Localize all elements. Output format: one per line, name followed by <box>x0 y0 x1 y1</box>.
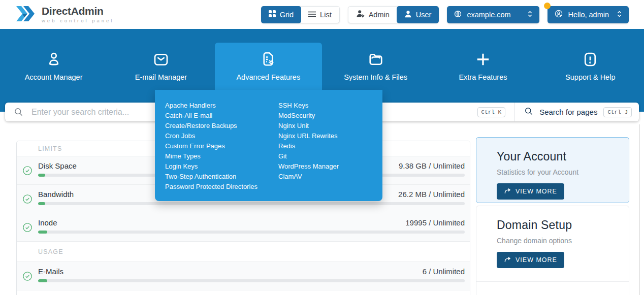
directadmin-logo[interactable]: DirectAdmin web control panel <box>15 4 114 25</box>
person-icon <box>45 50 63 69</box>
stat-value: 6 / Unlimited <box>423 267 465 276</box>
limits-title: LIMITS <box>38 145 62 152</box>
menu-item-nginx-url-rewrites[interactable]: Nginx URL Rewrites <box>278 131 382 141</box>
menu-item-password-protected-directories[interactable]: Password Protected Directories <box>165 182 278 192</box>
admin-gear-user-icon <box>356 10 365 19</box>
grid-view-button[interactable]: Grid <box>261 6 301 23</box>
stat-label: Inode <box>38 218 57 227</box>
domain-value: example.com <box>467 11 510 19</box>
top-header: DirectAdmin web control panel Grid List <box>0 0 644 29</box>
messages-card: Messages <box>476 282 629 295</box>
menu-item-modsecurity[interactable]: ModSecurity <box>278 111 382 121</box>
menu-item-cron-jobs[interactable]: Cron Jobs <box>165 131 278 141</box>
nav-item-label: Support & Help <box>565 73 615 81</box>
check-circle-icon <box>17 156 38 184</box>
user-label: User <box>416 11 432 19</box>
stat-label: Disk Space <box>38 161 77 170</box>
nav-item-label: E-mail Manager <box>135 73 187 81</box>
user-menu-select[interactable]: Hello, admin <box>548 6 629 23</box>
usage-title: USAGE <box>38 248 63 255</box>
menu-item-two-step-authentication[interactable]: Two-Step Authentication <box>165 172 278 182</box>
grid-label: Grid <box>280 11 294 19</box>
file-gear-icon <box>259 50 277 69</box>
admin-label: Admin <box>369 11 390 19</box>
card-title: Domain Setup <box>497 218 608 232</box>
menu-item-ssh-keys[interactable]: SSH Keys <box>278 101 382 111</box>
nav-item-support-help[interactable]: Support & Help <box>537 43 644 90</box>
search-pages-label: Search for pages <box>539 108 597 116</box>
header-controls: Grid List Admin <box>261 6 629 23</box>
globe-icon <box>454 10 462 20</box>
nav-item-extra-features[interactable]: Extra Features <box>429 43 536 90</box>
menu-item-wordpress-manager[interactable]: WordPress Manager <box>278 161 382 172</box>
check-circle-icon <box>17 185 38 213</box>
menu-item-catch-all-email[interactable]: Catch-All E-mail <box>165 111 278 121</box>
progress-bar <box>38 202 465 205</box>
greeting-value: Hello, admin <box>568 11 609 19</box>
stat-value: 19995 / Unlimited <box>405 218 465 227</box>
list-view-button[interactable]: List <box>301 7 339 23</box>
your-account-card: Your Account Statistics for your Account… <box>476 137 629 203</box>
nav-item-label: Extra Features <box>459 73 507 81</box>
sidebar-panel: Domain Setup Change domain options VIEW … <box>476 206 629 295</box>
menu-item-create-restore-backups[interactable]: Create/Restore Backups <box>165 121 278 131</box>
nav-item-email-manager[interactable]: E-mail Manager <box>107 43 214 90</box>
menu-item-custom-error-pages[interactable]: Custom Error Pages <box>165 141 278 151</box>
menu-item-clamav[interactable]: ClamAV <box>278 172 382 182</box>
progress-fill <box>38 279 47 282</box>
mail-icon <box>152 50 170 69</box>
advanced-features-menu: Apache Handlers Catch-All E-mail Create/… <box>155 90 382 201</box>
stat-label: E-Mails <box>38 267 63 276</box>
menu-item-mime-types[interactable]: Mime Types <box>165 151 278 161</box>
plus-icon <box>474 50 492 69</box>
menu-item-apache-handlers[interactable]: Apache Handlers <box>165 101 278 111</box>
chevron-updown-icon <box>617 10 622 19</box>
nav-item-system-info-files[interactable]: System Info & Files <box>322 43 429 90</box>
check-circle-icon <box>17 262 38 290</box>
usage-section-header: USAGE <box>17 242 470 262</box>
scrollbar-track[interactable] <box>639 124 640 295</box>
check-circle-icon <box>17 213 38 241</box>
nav-item-account-manager[interactable]: Account Manager <box>0 43 107 90</box>
grid-icon <box>269 10 276 19</box>
stat-row-inode[interactable]: Inode 19995 / Unlimited <box>17 213 470 242</box>
main-nav: Account Manager E-mail Manager Advanced … <box>0 43 644 90</box>
view-more-button[interactable]: VIEW MORE <box>497 183 564 200</box>
card-title: Your Account <box>497 150 608 163</box>
logo-subtitle: web control panel <box>42 18 114 23</box>
menu-item-nginx-unit[interactable]: Nginx Unit <box>278 121 382 131</box>
progress-bar <box>38 279 465 282</box>
stat-row-emails[interactable]: E-Mails 6 / Unlimited <box>17 262 470 290</box>
nav-item-advanced-features[interactable]: Advanced Features <box>215 43 322 90</box>
menu-item-login-keys[interactable]: Login Keys <box>165 161 278 172</box>
folder-icon <box>367 50 385 69</box>
menu-item-redis[interactable]: Redis <box>278 141 382 151</box>
notification-dot <box>544 3 551 9</box>
search-pages-icon <box>524 107 533 118</box>
nav-item-label: System Info & Files <box>344 73 407 81</box>
stat-label: Bandwidth <box>38 190 74 199</box>
domain-select[interactable]: example.com <box>447 6 539 23</box>
redirect-arrow-icon <box>504 256 511 264</box>
progress-fill <box>38 202 45 205</box>
user-level-button[interactable]: User <box>397 6 439 23</box>
logo-chevrons-icon <box>15 4 37 25</box>
list-icon <box>308 11 316 19</box>
menu-column-1: Apache Handlers Catch-All E-mail Create/… <box>165 101 278 192</box>
next-row-stub <box>17 290 470 295</box>
stat-value: 26.2 MB / Unlimited <box>398 190 465 199</box>
domain-setup-card: Domain Setup Change domain options VIEW … <box>476 206 629 282</box>
search-pages-group[interactable]: Search for pages Ctrl J <box>515 107 639 118</box>
directadmin-page: DirectAdmin web control panel Grid List <box>0 0 644 295</box>
search-icon <box>14 107 23 117</box>
progress-fill <box>38 174 45 177</box>
view-more-label: VIEW MORE <box>516 188 557 195</box>
admin-level-button[interactable]: Admin <box>348 7 397 23</box>
view-more-button[interactable]: VIEW MORE <box>497 252 564 268</box>
role-toggle-group: Admin User <box>348 6 439 23</box>
menu-column-2: SSH Keys ModSecurity Nginx Unit Nginx UR… <box>278 101 382 192</box>
view-more-label: VIEW MORE <box>516 256 557 264</box>
stat-value: 9.38 GB / Unlimited <box>399 161 465 170</box>
view-toggle-group: Grid List <box>261 6 340 23</box>
menu-item-git[interactable]: Git <box>278 151 382 161</box>
